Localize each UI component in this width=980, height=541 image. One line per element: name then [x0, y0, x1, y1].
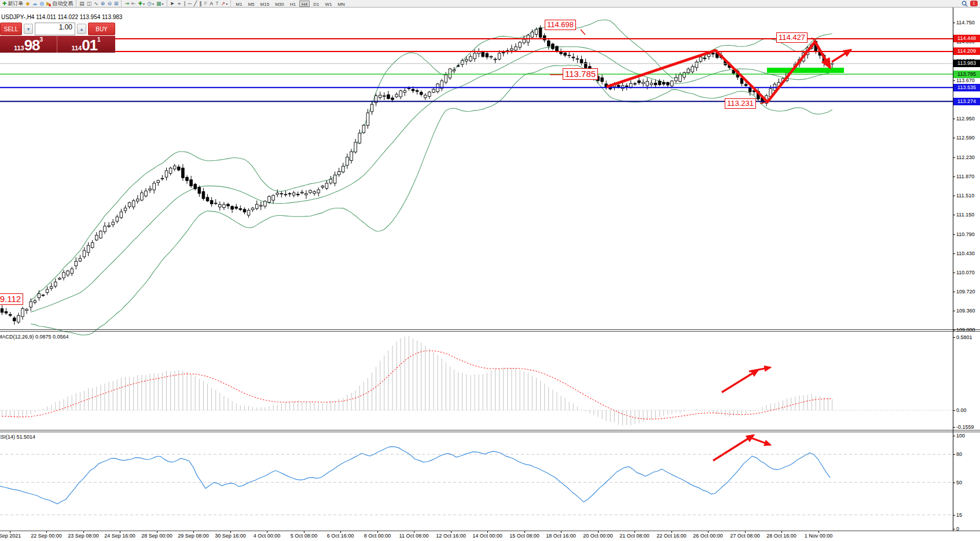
ohlc-values: 114.011 114.022 113.954 113.983 — [36, 14, 122, 20]
volume-decrease-button[interactable]: ▼ — [24, 24, 33, 34]
panel-separator[interactable] — [0, 430, 980, 430]
chart-title: USDJPY-,H4 114.011 114.022 113.954 113.9… — [1, 14, 122, 20]
ask-pipette: 1 — [97, 37, 101, 43]
macd-label: MACD(12,26,9) 0.0875 0.0564 — [0, 334, 69, 340]
price-axis[interactable] — [953, 8, 980, 531]
bid-pipette: 3 — [40, 37, 43, 43]
macd-panel[interactable] — [0, 332, 953, 430]
rsi-panel[interactable] — [0, 433, 953, 531]
ask-big-figure: 114 — [71, 45, 82, 52]
one-click-trading-widget: SELL ▼ 1.00 ▲ BUY 113 98 3 114 01 1 — [0, 22, 115, 53]
bid-big-figure: 113 — [14, 45, 24, 52]
panel-separator[interactable] — [0, 432, 980, 432]
panel-separator[interactable] — [0, 331, 980, 332]
time-axis[interactable] — [0, 531, 953, 541]
price-callout[interactable]: 113.231 — [725, 98, 756, 109]
price-callout[interactable]: 109.112 — [0, 293, 23, 305]
rsi-label: RSI(14) 51.5014 — [0, 434, 35, 440]
symbol-period-label: USDJPY-,H4 — [1, 14, 34, 20]
main-chart-panel[interactable] — [0, 8, 953, 329]
price-callout[interactable]: 114.427 — [776, 32, 808, 43]
sell-button[interactable]: SELL — [0, 23, 22, 35]
ask-pips: 01 — [82, 38, 97, 52]
bid-pips: 98 — [24, 38, 40, 52]
price-callout[interactable]: 113.785 — [563, 68, 598, 80]
volume-input[interactable]: 1.00 — [35, 23, 75, 35]
panel-separator[interactable] — [0, 329, 980, 330]
ask-price[interactable]: 114 01 1 — [57, 36, 115, 53]
mt4-terminal-window: ✚新订单◆☁◍▶自动交易▤◫∿⊕⊖⊞⇥⇤✚▾◷▾▦▾➤＋|─╱∥FAT↗▾M1M… — [0, 0, 980, 541]
buy-button[interactable]: BUY — [88, 23, 115, 35]
bid-price[interactable]: 113 98 3 — [0, 36, 57, 53]
volume-increase-button[interactable]: ▲ — [77, 24, 86, 34]
price-callout[interactable]: 114.698 — [545, 20, 576, 30]
